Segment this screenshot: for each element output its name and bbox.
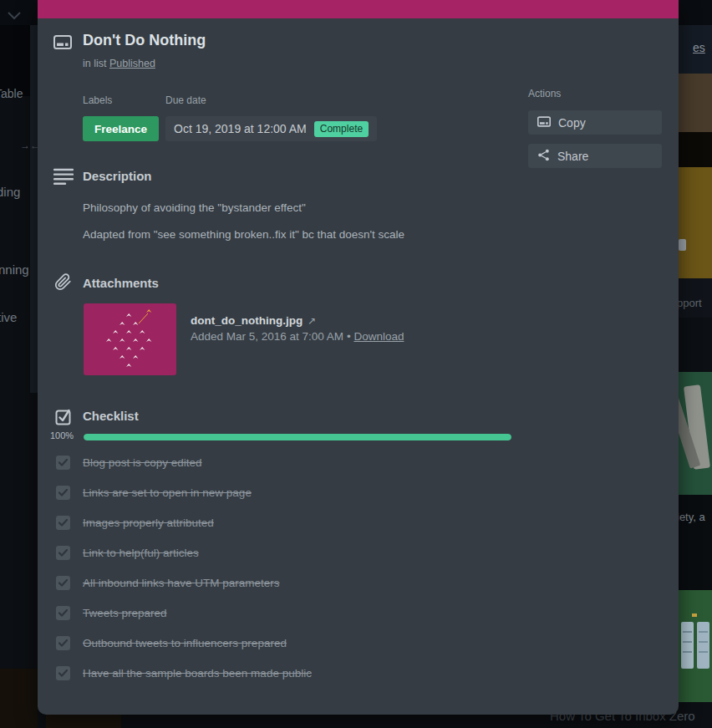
checklist-item-label[interactable]: Images properly attributed: [83, 517, 214, 529]
card-icon: [53, 35, 72, 53]
due-date-box[interactable]: Oct 19, 2019 at 12:00 AM Complete: [165, 116, 377, 141]
bg-small-box: [679, 239, 686, 251]
description-paragraph[interactable]: Adapted from "see something broken..fix …: [83, 228, 404, 241]
due-complete-badge: Complete: [314, 121, 369, 137]
attachment-thumbnail[interactable]: [84, 303, 176, 375]
share-icon: [537, 149, 550, 164]
list-link[interactable]: Published: [109, 58, 155, 69]
checklist-header: Checklist: [83, 409, 139, 423]
card-list-subtitle: in list Published: [83, 58, 155, 69]
share-button[interactable]: Share: [528, 144, 662, 168]
bg-bottom-texture: [46, 715, 121, 728]
description-paragraph[interactable]: Philosophy of avoiding the "bystander ef…: [83, 201, 306, 214]
bg-dark-strip: [679, 132, 712, 167]
external-link-icon[interactable]: ↗: [308, 315, 316, 327]
checklist-item-label[interactable]: Link to help(ful) articles: [83, 547, 199, 559]
bg-text-fragment: iety, a: [677, 511, 705, 523]
chevron-down-icon: [8, 8, 21, 23]
checklist-item-label[interactable]: Blog post is copy edited: [83, 456, 202, 469]
checklist-item-label[interactable]: Outbound tweets to influencers prepared: [83, 637, 287, 649]
checkbox-checked[interactable]: [56, 516, 70, 530]
attachment-added-date: Added Mar 5, 2016 at 7:00 AM: [191, 330, 343, 343]
bg-dark-strip: [679, 318, 712, 372]
bg-photo-green2: [679, 590, 712, 702]
checkbox-icon: [55, 408, 73, 429]
checkbox-checked[interactable]: [56, 546, 70, 560]
due-date-header: Due date: [165, 94, 206, 106]
bg-left-bottom-texture: [0, 669, 38, 728]
attachments-header: Attachments: [83, 276, 159, 290]
bg-photo-mustard: [679, 167, 712, 278]
share-button-label: Share: [557, 150, 588, 163]
checklist-item-label[interactable]: Links are set to open in new page: [83, 486, 252, 499]
checkbox-checked[interactable]: [56, 666, 70, 680]
bg-left-list-edge: [30, 25, 38, 393]
checklist-item-label[interactable]: All inbound links have UTM parameters: [83, 577, 280, 589]
checklist-progress-percent: 100%: [50, 430, 79, 440]
attachment-preview-art: [84, 303, 176, 375]
attachment-meta: Added Mar 5, 2016 at 7:00 AM • Download: [191, 330, 404, 343]
card-title[interactable]: Don't Do Nothing: [83, 32, 206, 49]
checkbox-checked[interactable]: [56, 606, 70, 620]
bg-dark-strip: [679, 495, 712, 590]
checkbox-checked[interactable]: [56, 486, 70, 500]
dot-separator: •: [347, 330, 351, 343]
copy-button-label: Copy: [558, 116, 586, 130]
checklist-progress-fill: [84, 434, 511, 440]
actions-header: Actions: [528, 88, 561, 99]
due-date-value: Oct 19, 2019 at 12:00 AM: [174, 122, 307, 135]
bg-left-dark-panel: [0, 25, 32, 96]
bg-text-fragment: Table: [0, 87, 23, 100]
card-icon: [537, 116, 551, 130]
download-link[interactable]: Download: [353, 330, 404, 343]
attachment-info: dont_do_nothing.jpg↗: [191, 313, 316, 328]
bg-text-fragment: pport: [677, 297, 702, 309]
bg-text-fragment: tive: [0, 310, 17, 324]
description-header: Description: [83, 169, 152, 183]
bg-photo-brown: [679, 74, 712, 132]
labels-header: Labels: [83, 94, 112, 106]
card-modal: Don't Do Nothing in list Published Label…: [38, 0, 679, 715]
list-prefix: in list: [83, 58, 106, 69]
bg-text-fragment: ding: [0, 185, 20, 199]
checkbox-checked[interactable]: [56, 576, 70, 590]
attachment-filename[interactable]: dont_do_nothing.jpg: [191, 314, 303, 327]
bg-mini-cards: [679, 590, 712, 702]
text-lines-icon: [53, 168, 74, 189]
checklist-item-label[interactable]: Have all the sample boards been made pub…: [83, 667, 312, 680]
label-chip-freelance[interactable]: Freelance: [83, 116, 159, 141]
bg-photo-green: [679, 372, 712, 495]
copy-button[interactable]: Copy: [528, 110, 662, 135]
checklist-item-label[interactable]: Tweets prepared: [83, 607, 167, 619]
bg-text-fragment: nning: [0, 262, 29, 277]
checkbox-checked[interactable]: [56, 456, 70, 470]
bg-book-shape: [679, 372, 712, 495]
card-cover-bar[interactable]: [38, 0, 679, 18]
bg-text-fragment: es: [693, 41, 705, 54]
paperclip-icon: [54, 273, 72, 294]
checkbox-checked[interactable]: [56, 636, 70, 650]
checklist-progress-bar: [84, 434, 511, 440]
